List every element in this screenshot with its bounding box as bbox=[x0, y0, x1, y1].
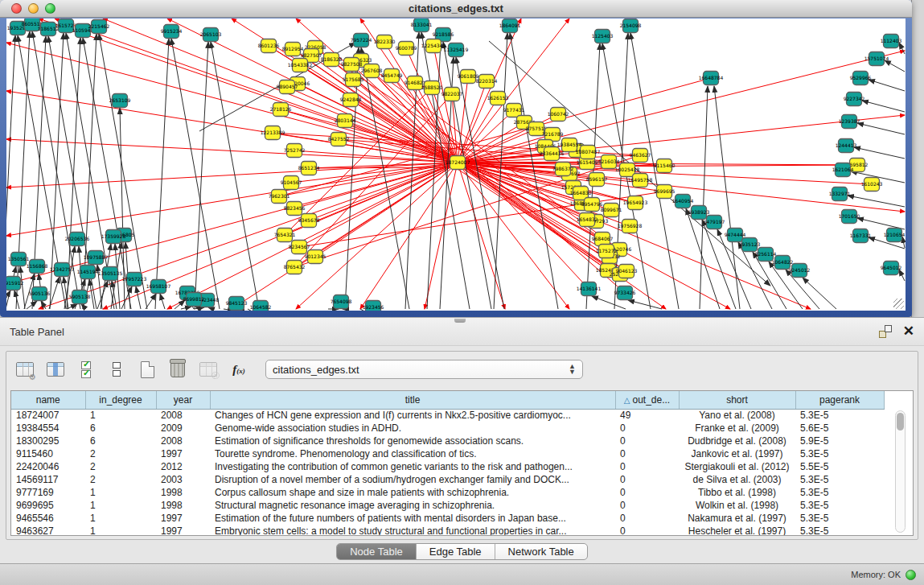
table-selector[interactable]: citations_edges.txt ▲▼ bbox=[265, 360, 583, 379]
column-header-pagerank[interactable]: pagerank bbox=[795, 391, 884, 409]
cell[interactable]: Franke et al. (2009) bbox=[679, 422, 795, 435]
cell[interactable]: 22420046 bbox=[11, 460, 85, 473]
cell[interactable]: Hescheler et al. (1997) bbox=[679, 525, 795, 536]
graph-node[interactable]: 8765432 bbox=[284, 261, 306, 274]
graph-node[interactable]: 7962301 bbox=[269, 190, 290, 204]
table-row[interactable]: 946554611997Estimation of the future num… bbox=[11, 512, 884, 525]
graph-node[interactable]: 9345678 bbox=[298, 214, 320, 228]
graph-edge[interactable] bbox=[27, 301, 37, 309]
graph-node[interactable]: 1239387 bbox=[839, 115, 860, 129]
graph-node[interactable]: 9699695 bbox=[654, 185, 676, 199]
cell[interactable]: 19384554 bbox=[11, 422, 85, 435]
graph-node[interactable]: 9827508 bbox=[341, 58, 363, 72]
graph-node[interactable]: 9915234 bbox=[161, 25, 183, 39]
graph-node[interactable]: 1626153 bbox=[487, 92, 509, 105]
window-titlebar[interactable]: citations_edges.txt bbox=[0, 0, 912, 18]
graph-node[interactable]: 5905136 bbox=[29, 287, 51, 301]
cell[interactable]: 1 bbox=[85, 512, 156, 525]
cell[interactable]: 18724007 bbox=[11, 409, 85, 422]
cell[interactable]: 1998 bbox=[156, 499, 210, 512]
cell[interactable]: 0 bbox=[615, 486, 679, 499]
graph-node[interactable]: 2718126 bbox=[270, 103, 292, 117]
cell[interactable]: Tourette syndrome. Phenomenology and cla… bbox=[210, 447, 615, 460]
graph-node[interactable]: 9529966 bbox=[850, 72, 872, 85]
graph-node[interactable]: 1640954 bbox=[672, 195, 694, 208]
graph-node[interactable]: 8651234 bbox=[298, 162, 320, 175]
cell[interactable]: 0 bbox=[615, 435, 679, 447]
graph-edge[interactable] bbox=[136, 286, 141, 309]
graph-edge[interactable] bbox=[857, 123, 905, 134]
graph-node[interactable]: 9600789 bbox=[396, 42, 417, 56]
graph-node[interactable]: 9012345 bbox=[305, 250, 326, 264]
graph-edge[interactable] bbox=[714, 86, 740, 309]
graph-node[interactable]: 8099671 bbox=[601, 204, 622, 217]
graph-node[interactable]: 9046123 bbox=[616, 265, 638, 278]
table-row[interactable]: 1830029562008Estimation of significance … bbox=[11, 435, 884, 447]
graph-node[interactable]: 7654321 bbox=[274, 229, 296, 242]
graph-edge[interactable] bbox=[171, 39, 220, 309]
table-row[interactable]: 2242004622012Investigating the contribut… bbox=[11, 460, 884, 473]
cell[interactable]: 2008 bbox=[156, 409, 210, 422]
graph-node[interactable]: 1060742 bbox=[548, 108, 569, 122]
graph-node[interactable]: 9822037 bbox=[441, 88, 463, 101]
node-table[interactable]: namein_degreeyeartitle△out_de...shortpag… bbox=[10, 390, 914, 536]
window-resize-grip[interactable] bbox=[893, 299, 904, 309]
network-window[interactable]: citations_edges.txt 18724007193529086055… bbox=[0, 0, 912, 317]
memory-status-icon[interactable] bbox=[906, 570, 916, 580]
cell[interactable]: 9115460 bbox=[11, 447, 85, 460]
cell[interactable]: Stergiakouli et al. (2012) bbox=[679, 460, 795, 473]
network-canvas[interactable]: 1872400719352908605515118651216157271105… bbox=[6, 19, 906, 311]
close-panel-icon[interactable]: ✕ bbox=[903, 325, 914, 338]
cell[interactable]: Tibbo et al. (1998) bbox=[679, 486, 795, 499]
graph-node[interactable]: 12342757 bbox=[50, 263, 75, 277]
cell[interactable]: 2 bbox=[85, 447, 156, 460]
cell[interactable]: Investigating the contribution of common… bbox=[210, 460, 615, 473]
column-header-short[interactable]: short bbox=[679, 391, 795, 409]
graph-node[interactable]: 9242848 bbox=[340, 93, 362, 107]
graph-node[interactable]: 2065103 bbox=[200, 28, 222, 42]
cell[interactable]: 0 bbox=[615, 499, 679, 512]
graph-node[interactable]: 8427552 bbox=[328, 133, 350, 146]
cell[interactable]: 1 bbox=[85, 486, 156, 499]
graph-edge[interactable] bbox=[902, 237, 905, 248]
graph-node[interactable]: 1175272 bbox=[596, 245, 618, 258]
cell[interactable]: 1997 bbox=[156, 525, 210, 536]
graph-node[interactable]: 16648784 bbox=[699, 72, 724, 85]
graph-edge[interactable] bbox=[848, 196, 905, 207]
graph-node[interactable]: 9115460 bbox=[654, 159, 676, 173]
delete-icon[interactable] bbox=[167, 359, 188, 380]
graph-node[interactable]: 1145194 bbox=[77, 266, 99, 279]
cell[interactable]: 1 bbox=[85, 499, 156, 512]
column-header-year[interactable]: year bbox=[156, 391, 210, 409]
cell[interactable]: Disruption of a novel member of a sodium… bbox=[210, 473, 615, 486]
graph-node[interactable]: 8454749 bbox=[381, 69, 403, 83]
new-file-icon[interactable] bbox=[137, 359, 158, 380]
graph-node[interactable]: 8133041 bbox=[411, 19, 433, 32]
cell[interactable]: 2 bbox=[85, 460, 156, 473]
graph-node[interactable]: 9227342 bbox=[844, 93, 865, 106]
cell[interactable]: 9463627 bbox=[11, 525, 85, 536]
cell[interactable]: de Silva et al. (2003) bbox=[679, 473, 795, 486]
cell[interactable]: 2012 bbox=[156, 460, 210, 473]
table-row[interactable]: 946362711997Embryonic stem cells: a mode… bbox=[11, 525, 884, 536]
cell[interactable]: 0 bbox=[615, 422, 679, 435]
graph-node[interactable]: 19756928 bbox=[618, 220, 643, 233]
graph-node[interactable]: 9645012 bbox=[881, 262, 902, 275]
cell[interactable]: 2008 bbox=[156, 435, 210, 447]
cell[interactable]: 2003 bbox=[156, 473, 210, 486]
graph-node[interactable]: 9733426 bbox=[614, 286, 636, 300]
graph-node[interactable]: 9245012 bbox=[789, 264, 811, 278]
cell[interactable]: Dudbridge et al. (2008) bbox=[679, 435, 795, 447]
cell[interactable]: Changes of HCN gene expression and I(f) … bbox=[210, 409, 615, 422]
graph-node[interactable]: 1210654 bbox=[884, 229, 906, 242]
graph-node[interactable]: 9845123 bbox=[226, 297, 248, 311]
citation-graph[interactable]: 1872400719352908605515118651216157271105… bbox=[6, 19, 906, 311]
cell[interactable]: 9777169 bbox=[11, 486, 85, 499]
graph-node[interactable]: 1923456 bbox=[363, 301, 384, 311]
cell[interactable]: 5.5E-5 bbox=[795, 460, 884, 473]
column-header-title[interactable]: title bbox=[210, 391, 615, 409]
graph-node[interactable]: 1156868 bbox=[27, 260, 48, 274]
cell[interactable]: Wolkin et al. (1998) bbox=[679, 499, 795, 512]
graph-node[interactable]: 12213389 bbox=[261, 126, 285, 140]
tab-node-table[interactable]: Node Table bbox=[337, 544, 417, 559]
